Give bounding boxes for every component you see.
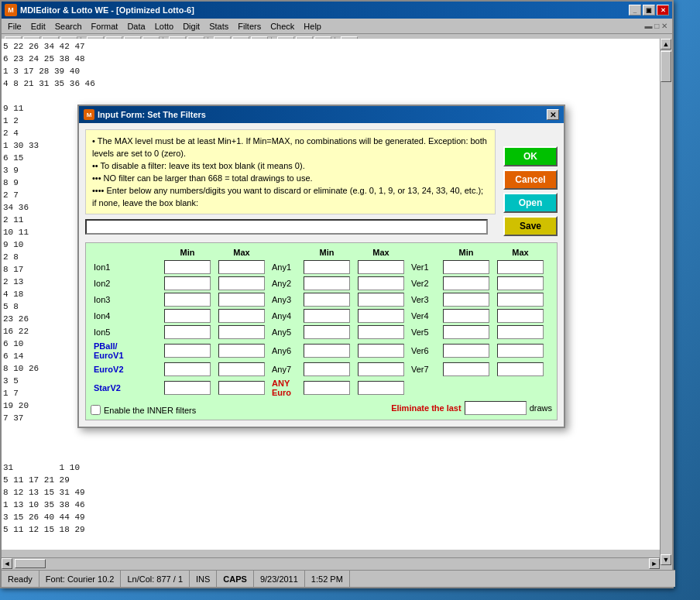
any2-max[interactable] — [358, 276, 404, 290]
ver1-label: Ver1 — [408, 262, 439, 272]
ver2-min[interactable] — [443, 276, 489, 290]
menu-digit[interactable]: Digit — [178, 20, 204, 33]
menu-data[interactable]: Data — [122, 20, 149, 33]
filter-row-ion2: Ion2 Any2 Ver2 — [91, 276, 552, 290]
any2-label: Any2 — [269, 279, 300, 288]
ion3-min[interactable] — [164, 293, 211, 307]
any1-min[interactable] — [304, 260, 350, 274]
dialog-icon: M — [84, 109, 94, 120]
ok-button[interactable]: OK — [503, 146, 558, 166]
any6-min[interactable] — [304, 344, 350, 358]
ver1-min[interactable] — [443, 260, 489, 274]
menu-filters[interactable]: Filters — [233, 20, 266, 33]
pball-max[interactable] — [218, 344, 265, 358]
inner-filters-checkbox[interactable] — [91, 405, 101, 415]
ver6-min[interactable] — [443, 344, 489, 358]
any-euro-max[interactable] — [358, 381, 404, 395]
ion5-max[interactable] — [218, 325, 265, 339]
dialog-title-text: Input Form: Set The Filters — [98, 110, 206, 119]
eurov2-label: EuroV2 — [91, 365, 160, 374]
ver1-max[interactable] — [497, 260, 544, 274]
menu-stats[interactable]: Stats — [204, 20, 233, 33]
save-button[interactable]: Save — [503, 216, 558, 236]
eliminate-draws-input[interactable] — [465, 401, 527, 415]
ver5-min[interactable] — [443, 325, 489, 339]
filter-row-ion1: Ion1 Any1 Ver1 — [91, 260, 552, 274]
menu-search[interactable]: Search — [50, 20, 87, 33]
ion5-min[interactable] — [164, 325, 211, 339]
title-bar: M MDIEditor & Lotto WE - [Optimized Lott… — [2, 2, 672, 19]
any4-max[interactable] — [358, 309, 404, 323]
ver2-label: Ver2 — [408, 279, 439, 288]
ver7-min[interactable] — [443, 362, 489, 376]
open-button[interactable]: Open — [503, 193, 558, 213]
col-header-label1 — [91, 248, 160, 257]
col-header-min2: Min — [300, 248, 354, 257]
menu-lotto[interactable]: Lotto — [150, 20, 178, 33]
any3-max[interactable] — [358, 293, 404, 307]
restore-button[interactable]: ▣ — [643, 5, 655, 15]
menu-help[interactable]: Help — [299, 20, 326, 33]
eliminate-row: Eliminate the last draws — [391, 401, 552, 415]
inner-filters-label: Enable the INNER filters — [104, 406, 196, 415]
ver4-min[interactable] — [443, 309, 489, 323]
eurov2-min[interactable] — [164, 362, 211, 376]
dialog-close-button[interactable]: ✕ — [547, 109, 559, 120]
minimize-button[interactable]: _ — [629, 5, 641, 15]
pball-min[interactable] — [164, 344, 211, 358]
any7-min[interactable] — [304, 362, 350, 376]
scrollbar-horizontal[interactable]: ◄ ► — [2, 557, 660, 570]
ver3-max[interactable] — [497, 293, 544, 307]
ion2-max[interactable] — [218, 276, 265, 290]
ion4-label: Ion4 — [91, 311, 160, 321]
col-header-label2 — [269, 248, 300, 257]
cancel-button[interactable]: Cancel — [503, 170, 558, 190]
info-box: • The MAX level must be at least Min+1. … — [85, 129, 496, 214]
any4-min[interactable] — [304, 309, 350, 323]
eliminate-suffix: draws — [530, 403, 552, 413]
info-line-1: • The MAX level must be at least Min+1. … — [92, 135, 489, 159]
bottom-row: Enable the INNER filters Eliminate the l… — [91, 400, 552, 415]
ver2-max[interactable] — [497, 276, 544, 290]
status-bar: Ready Font: Courier 10.2 Ln/Col: 877 / 1… — [2, 570, 675, 587]
ion3-max[interactable] — [218, 293, 265, 307]
menu-file[interactable]: File — [3, 20, 26, 33]
scrollbar-vertical[interactable]: ▲ ▼ — [660, 39, 672, 565]
status-date: 9/23/2011 — [254, 571, 305, 587]
checkbox-row: Enable the INNER filters — [91, 405, 196, 415]
menu-edit[interactable]: Edit — [26, 20, 50, 33]
col-header-min3: Min — [439, 248, 493, 257]
menu-format[interactable]: Format — [87, 20, 123, 33]
any2-min[interactable] — [304, 276, 350, 290]
any3-min[interactable] — [304, 293, 350, 307]
ver5-max[interactable] — [497, 325, 544, 339]
window-controls: _ ▣ ✕ — [629, 5, 669, 15]
any1-max[interactable] — [358, 260, 404, 274]
app-icon: M — [5, 4, 17, 16]
eliminate-input[interactable] — [85, 219, 488, 235]
starv2-min[interactable] — [164, 381, 211, 395]
starv2-max[interactable] — [218, 381, 265, 395]
ion4-min[interactable] — [164, 309, 211, 323]
any5-max[interactable] — [358, 325, 404, 339]
filter-grid: Min Max Min Max Min Max Ion1 Any1 Ver1 — [85, 242, 558, 420]
any5-min[interactable] — [304, 325, 350, 339]
ver7-max[interactable] — [497, 362, 544, 376]
ion1-label: Ion1 — [91, 262, 160, 272]
ion2-min[interactable] — [164, 276, 211, 290]
ver3-min[interactable] — [443, 293, 489, 307]
ion1-max[interactable] — [218, 260, 265, 274]
menu-check[interactable]: Check — [266, 20, 299, 33]
close-button[interactable]: ✕ — [657, 5, 669, 15]
ver4-max[interactable] — [497, 309, 544, 323]
any7-max[interactable] — [358, 362, 404, 376]
ver6-max[interactable] — [497, 344, 544, 358]
info-line-3: ••• NO filter can be larger than 668 = t… — [92, 172, 489, 184]
any6-max[interactable] — [358, 344, 404, 358]
dialog-body: OK Cancel Open Save • The MAX level must… — [79, 123, 564, 427]
col-header-max3: Max — [493, 248, 547, 257]
eurov2-max[interactable] — [218, 362, 265, 376]
ion1-min[interactable] — [164, 260, 211, 274]
any-euro-min[interactable] — [304, 381, 350, 395]
ion4-max[interactable] — [218, 309, 265, 323]
